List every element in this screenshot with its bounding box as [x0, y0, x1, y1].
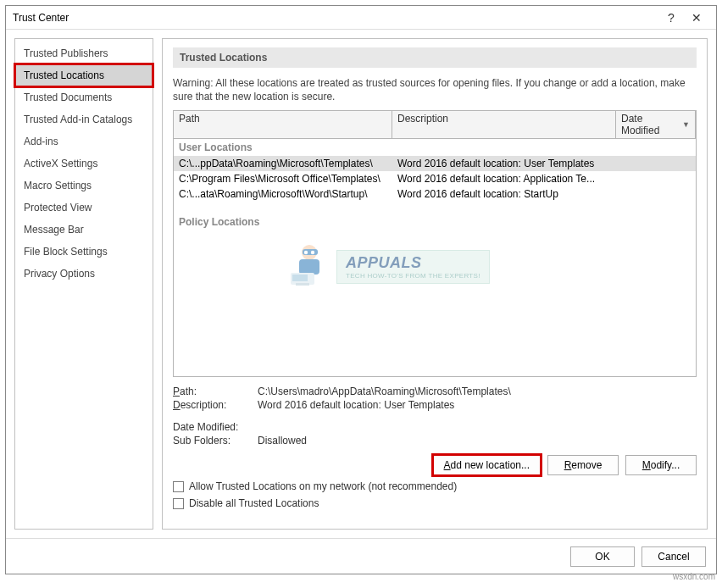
cell-path: C:\Program Files\Microsoft Office\Templa…: [174, 172, 392, 186]
watermark: APPUALS TECH HOW-TO'S FROM THE EXPERTS!: [284, 241, 490, 293]
watermark-brand: APPUALS: [346, 254, 480, 272]
sort-descending-icon: ▼: [682, 120, 690, 129]
allow-network-checkbox[interactable]: [173, 481, 184, 492]
window-title: Trust Center: [13, 12, 658, 24]
svg-point-0: [302, 245, 317, 260]
detail-path-label: Path:: [173, 386, 258, 397]
titlebar: Trust Center ? ✕: [6, 6, 716, 30]
cell-path: C:\...ata\Roaming\Microsoft\Word\Startup…: [174, 187, 392, 201]
table-header: Path Description Date Modified ▼: [174, 111, 696, 139]
disable-all-checkbox[interactable]: [173, 498, 184, 509]
dialog-body: Trusted Publishers Trusted Locations Tru…: [6, 30, 716, 538]
dialog-footer: OK Cancel: [6, 538, 716, 574]
cell-description: Word 2016 default location: Application …: [392, 172, 616, 186]
sidebar-item-trusted-locations[interactable]: Trusted Locations: [15, 64, 153, 86]
trust-center-dialog: Trust Center ? ✕ Trusted Publishers Trus…: [5, 5, 717, 574]
column-header-date-modified[interactable]: Date Modified ▼: [616, 111, 696, 138]
detail-subfolders-value: Disallowed: [258, 435, 697, 447]
disable-all-label: Disable all Trusted Locations: [189, 497, 319, 509]
watermark-tagline: TECH HOW-TO'S FROM THE EXPERTS!: [346, 272, 480, 280]
section-heading: Trusted Locations: [173, 47, 697, 68]
svg-rect-1: [303, 249, 318, 255]
sidebar-item-message-bar[interactable]: Message Bar: [15, 219, 153, 241]
source-attribution: wsxdn.com: [673, 572, 715, 581]
svg-point-3: [311, 251, 314, 254]
table-row[interactable]: C:\Program Files\Microsoft Office\Templa…: [174, 171, 696, 186]
sidebar-item-activex-settings[interactable]: ActiveX Settings: [15, 153, 153, 175]
sidebar-item-macro-settings[interactable]: Macro Settings: [15, 175, 153, 197]
detail-subfolders-label: Sub Folders:: [173, 435, 258, 447]
disable-all-row[interactable]: Disable all Trusted Locations: [173, 497, 697, 509]
group-user-locations: User Locations: [174, 139, 696, 156]
column-header-path[interactable]: Path: [174, 111, 392, 138]
selected-location-details: Path: C:\Users\madro\AppData\Roaming\Mic…: [173, 386, 697, 448]
detail-date-modified-value: [258, 421, 697, 433]
svg-rect-5: [291, 273, 314, 285]
detail-path-value: C:\Users\madro\AppData\Roaming\Microsoft…: [258, 386, 697, 397]
cell-date: [616, 157, 696, 170]
allow-network-row[interactable]: Allow Trusted Locations on my network (n…: [173, 480, 697, 492]
cell-date: [616, 172, 696, 186]
location-buttons: Add new location... Remove Modify...: [173, 455, 697, 475]
group-policy-locations: Policy Locations: [174, 214, 696, 230]
sidebar-item-privacy-options[interactable]: Privacy Options: [15, 263, 153, 285]
column-header-description[interactable]: Description: [392, 111, 616, 138]
sidebar-item-trusted-documents[interactable]: Trusted Documents: [15, 86, 153, 108]
detail-description-value: Word 2016 default location: User Templat…: [258, 399, 697, 411]
warning-text: Warning: All these locations are treated…: [173, 76, 697, 103]
table-row[interactable]: C:\...ppData\Roaming\Microsoft\Templates…: [174, 156, 696, 171]
watermark-box: APPUALS TECH HOW-TO'S FROM THE EXPERTS!: [336, 250, 490, 284]
cell-description: Word 2016 default location: User Templat…: [392, 157, 616, 170]
main-panel: Trusted Locations Warning: All these loc…: [162, 38, 708, 530]
modify-button[interactable]: Modify...: [625, 455, 697, 475]
allow-network-label: Allow Trusted Locations on my network (n…: [189, 480, 457, 492]
sidebar-item-trusted-publishers[interactable]: Trusted Publishers: [15, 42, 153, 64]
sidebar-item-file-block-settings[interactable]: File Block Settings: [15, 241, 153, 263]
svg-point-2: [304, 251, 308, 254]
cell-date: [616, 187, 696, 201]
help-button[interactable]: ?: [658, 11, 684, 25]
cell-path: C:\...ppData\Roaming\Microsoft\Templates…: [174, 157, 392, 170]
sidebar-item-trusted-addin-catalogs[interactable]: Trusted Add-in Catalogs: [15, 108, 153, 130]
column-header-date-label: Date Modified: [621, 113, 680, 136]
ok-button[interactable]: OK: [570, 546, 635, 567]
table-row[interactable]: C:\...ata\Roaming\Microsoft\Word\Startup…: [174, 186, 696, 202]
add-new-location-button[interactable]: Add new location...: [433, 455, 541, 475]
svg-rect-7: [296, 283, 309, 286]
mascot-icon: [284, 241, 331, 293]
cancel-button[interactable]: Cancel: [641, 546, 706, 567]
sidebar-item-protected-view[interactable]: Protected View: [15, 197, 153, 219]
sidebar-item-addins[interactable]: Add-ins: [15, 130, 153, 153]
svg-rect-4: [299, 259, 319, 275]
remove-button[interactable]: Remove: [547, 455, 619, 475]
category-sidebar: Trusted Publishers Trusted Locations Tru…: [14, 38, 153, 530]
detail-description-label: Description:: [173, 399, 258, 411]
table-body[interactable]: User Locations C:\...ppData\Roaming\Micr…: [174, 139, 696, 376]
svg-rect-6: [292, 275, 308, 281]
cell-description: Word 2016 default location: StartUp: [392, 187, 616, 201]
locations-table: Path Description Date Modified ▼ User Lo…: [173, 110, 697, 377]
detail-date-modified-label: Date Modified:: [173, 421, 258, 433]
close-button[interactable]: ✕: [684, 11, 709, 25]
